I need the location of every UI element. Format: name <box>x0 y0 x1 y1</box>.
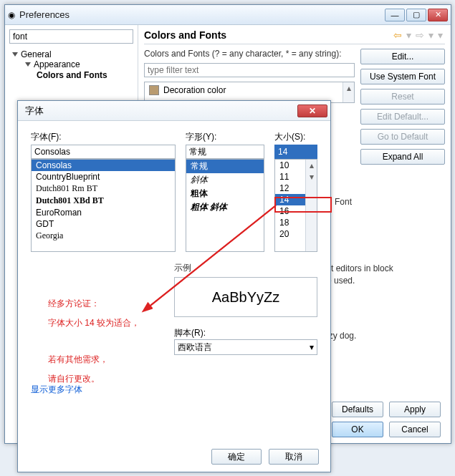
expand-icon <box>25 62 31 67</box>
dialog-title: 字体 <box>21 105 44 117</box>
apply-button[interactable]: Apply <box>389 402 441 417</box>
list-item[interactable]: 粗体 <box>186 187 264 200</box>
ok-button[interactable]: OK <box>332 422 383 437</box>
menu-icon[interactable]: ▾ <box>436 29 445 41</box>
list-item[interactable]: 斜体 <box>186 173 264 187</box>
tree-node-general[interactable]: General <box>9 49 133 59</box>
list-item[interactable]: CountryBlueprint <box>32 171 175 183</box>
nav-back-icon[interactable]: ⇦ <box>391 29 404 41</box>
list-item[interactable]: Dutch801 Rm BT <box>32 183 175 195</box>
window-title: Preferences <box>15 9 383 20</box>
scrollbar[interactable]: ▴ <box>343 82 354 102</box>
list-item[interactable]: Consolas <box>32 160 175 171</box>
size-label: 大小(S): <box>274 131 317 143</box>
minimize-button[interactable]: — <box>385 9 405 21</box>
cancel-button[interactable]: Cancel <box>389 422 441 437</box>
list-item[interactable]: 粗体 斜体 <box>186 200 264 214</box>
preferences-tree[interactable]: General Appearance Colors and Fonts <box>9 49 133 81</box>
edit-button[interactable]: Edit... <box>360 49 445 64</box>
section-title: Colors and Fonts <box>144 29 391 41</box>
tree-node-appearance[interactable]: Appearance <box>22 59 133 69</box>
list-item[interactable]: Dutch801 XBd BT <box>32 195 175 207</box>
edit-default-button[interactable]: Edit Default... <box>360 109 445 125</box>
font-dialog-titlebar[interactable]: 字体 ✕ <box>18 101 330 121</box>
font-dialog: 字体 ✕ 字体(F): Consolas CountryBlueprint Du… <box>17 100 331 472</box>
nav-forward-icon[interactable]: ⇨ <box>413 29 426 41</box>
chevron-down-icon: ▾ <box>310 342 314 352</box>
close-button[interactable]: ✕ <box>297 105 327 117</box>
list-item[interactable]: GDT <box>32 218 175 230</box>
style-input[interactable] <box>186 145 264 159</box>
list-item[interactable]: EuroRoman <box>32 207 175 218</box>
close-button[interactable]: ✕ <box>428 9 448 21</box>
annotation-text: 若有其他需求， 请自行更改。 <box>48 349 177 387</box>
cutoff-font-label: Font <box>335 197 352 207</box>
restore-defaults-button[interactable]: Defaults <box>332 402 383 417</box>
list-item[interactable]: Decoration color <box>145 82 354 98</box>
color-swatch-icon <box>149 85 159 95</box>
font-label: 字体(F): <box>31 131 176 143</box>
go-to-default-button[interactable]: Go to Default <box>360 129 445 145</box>
style-listbox[interactable]: 常规 斜体 粗体 粗体 斜体 <box>186 159 264 252</box>
maximize-button[interactable]: ▢ <box>406 9 426 21</box>
dropdown-icon[interactable]: ▾ <box>426 29 436 41</box>
tree-node-colors-fonts[interactable]: Colors and Fonts <box>35 69 133 81</box>
hint-text: Colors and Fonts (? = any character, * =… <box>144 49 355 59</box>
cancel-button[interactable]: 取消 <box>269 449 319 465</box>
preview-box: AaBbYyZz <box>174 277 317 317</box>
tree-filter-input[interactable] <box>9 29 133 44</box>
list-item[interactable]: Georgia <box>32 230 175 242</box>
ok-button[interactable]: 确定 <box>211 449 262 465</box>
reset-button[interactable]: Reset <box>360 89 445 105</box>
annotation-text: 经多方论证： 字体大小 14 较为适合， <box>48 293 177 331</box>
preferences-titlebar[interactable]: ◉ Preferences — ▢ ✕ <box>5 5 451 25</box>
font-input[interactable] <box>31 145 176 159</box>
type-filter-input[interactable] <box>144 63 355 77</box>
script-combo[interactable]: 西欧语言 ▾ <box>174 339 317 355</box>
use-system-font-button[interactable]: Use System Font <box>360 69 445 84</box>
annotation-highlight-box <box>274 197 332 213</box>
preview-label: 示例 <box>174 262 317 274</box>
size-input[interactable]: 14 <box>274 145 317 159</box>
description-text: xt editors in blocke used. izy dog. <box>327 263 438 341</box>
list-item-label: Decoration color <box>163 85 226 95</box>
app-icon: ◉ <box>8 10 15 20</box>
dropdown-icon[interactable]: ▾ <box>404 29 413 41</box>
expand-icon <box>12 52 18 57</box>
font-listbox[interactable]: Consolas CountryBlueprint Dutch801 Rm BT… <box>31 159 176 252</box>
list-item[interactable]: 常规 <box>186 160 264 173</box>
expand-all-button[interactable]: Expand All <box>360 149 445 165</box>
style-label: 字形(Y): <box>186 131 264 143</box>
script-value: 西欧语言 <box>178 341 212 354</box>
script-label: 脚本(R): <box>174 327 317 339</box>
